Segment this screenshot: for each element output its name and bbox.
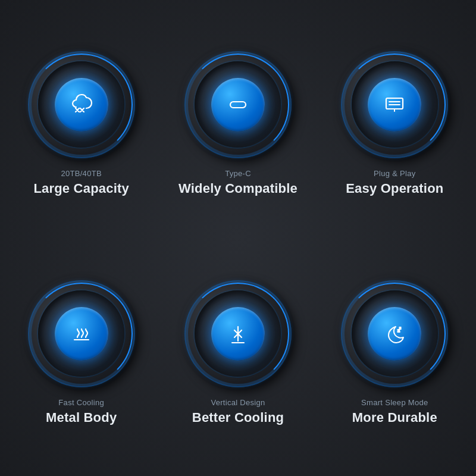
subtitle-large-capacity: 20TB/40TB <box>33 169 129 178</box>
screen-icon <box>383 93 406 117</box>
subtitle-more-durable: Smart Sleep Mode <box>352 398 437 407</box>
text-better-cooling: Vertical Design Better Cooling <box>192 398 284 425</box>
knob-mid-4 <box>38 290 124 377</box>
feature-widely-compatible: Type-C Widely Compatible <box>162 12 313 235</box>
knob-outer-4 <box>28 280 135 387</box>
knob-outer-2 <box>184 51 292 158</box>
knob-mid-6: z z <box>352 290 438 377</box>
knob-outer-3 <box>341 51 448 158</box>
title-metal-body: Metal Body <box>46 410 117 425</box>
title-easy-operation: Easy Operation <box>346 181 443 196</box>
title-large-capacity: Large Capacity <box>33 181 129 196</box>
airflow-icon <box>226 322 250 346</box>
knob-inner-5 <box>211 307 265 361</box>
heat-icon <box>70 322 93 346</box>
knob-inner-1 <box>55 78 108 131</box>
cloud-arrow-icon <box>70 93 93 117</box>
text-easy-operation: Plug & Play Easy Operation <box>346 169 443 196</box>
subtitle-metal-body: Fast Cooling <box>46 398 117 407</box>
knob-mid-3 <box>352 61 438 148</box>
text-widely-compatible: Type-C Widely Compatible <box>178 169 298 196</box>
knob-mid-2 <box>195 61 281 148</box>
feature-large-capacity: 20TB/40TB Large Capacity <box>6 12 156 235</box>
subtitle-better-cooling: Vertical Design <box>192 398 284 407</box>
feature-metal-body: Fast Cooling Metal Body <box>6 241 156 464</box>
knob-mid-1 <box>38 61 124 148</box>
svg-rect-1 <box>386 98 403 109</box>
text-large-capacity: 20TB/40TB Large Capacity <box>33 169 129 196</box>
svg-text:z: z <box>399 326 401 330</box>
knob-inner-4 <box>55 307 108 361</box>
subtitle-widely-compatible: Type-C <box>178 169 298 178</box>
text-metal-body: Fast Cooling Metal Body <box>46 398 117 425</box>
subtitle-easy-operation: Plug & Play <box>346 169 443 178</box>
knob-mid-5 <box>195 290 281 377</box>
knob-inner-3 <box>368 78 421 131</box>
title-better-cooling: Better Cooling <box>192 410 284 425</box>
feature-better-cooling: Vertical Design Better Cooling <box>162 241 313 464</box>
knob-outer-6: z z <box>341 280 448 387</box>
feature-more-durable: z z Smart Sleep Mode More Durable <box>320 241 470 464</box>
sleep-icon: z z <box>383 322 406 346</box>
usb-c-icon <box>226 93 250 117</box>
knob-outer-5 <box>184 280 292 387</box>
title-widely-compatible: Widely Compatible <box>178 181 298 196</box>
title-more-durable: More Durable <box>352 410 437 425</box>
svg-rect-0 <box>230 102 246 108</box>
text-more-durable: Smart Sleep Mode More Durable <box>352 398 437 425</box>
feature-grid: 20TB/40TB Large Capacity Type-C Widely C… <box>6 12 470 464</box>
feature-easy-operation: Plug & Play Easy Operation <box>320 12 470 235</box>
knob-outer-1 <box>28 51 135 158</box>
knob-inner-6: z z <box>368 307 421 361</box>
knob-inner-2 <box>211 78 265 131</box>
